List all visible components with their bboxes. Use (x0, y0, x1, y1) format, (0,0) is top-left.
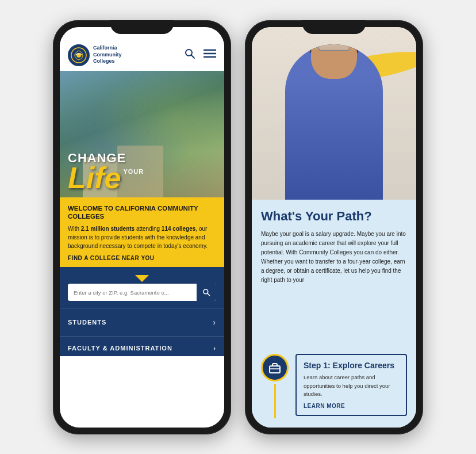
search-button[interactable] (197, 284, 216, 301)
right-phone-screen: What's Your Path? Maybe your goal is a s… (252, 27, 416, 428)
step1-body: Learn about career paths and opportuniti… (304, 373, 399, 398)
briefcase-icon (268, 361, 282, 375)
left-phone-screen: California Community Colleges (60, 27, 224, 428)
step1-title: Step 1: Explore Careers (304, 361, 399, 371)
ccc-logo: California Community Colleges (68, 44, 122, 66)
right-phone-notch (302, 20, 366, 34)
right-phone: What's Your Path? Maybe your goal is a s… (245, 20, 423, 434)
step-icon-container (261, 354, 289, 418)
students-label: STUDENTS (68, 319, 106, 326)
welcome-bold1: 2.1 million students (81, 226, 135, 232)
logo-emblem (68, 44, 90, 66)
faculty-label: FACULTY & ADMINISTRATION (68, 345, 172, 352)
search-button-icon (202, 288, 210, 296)
step-section: Step 1: Explore Careers Learn about care… (252, 354, 416, 428)
svg-rect-9 (270, 366, 280, 373)
hero-image: CHANGE Life your (60, 71, 224, 197)
search-input[interactable] (68, 285, 197, 300)
hero-text: CHANGE Life your (68, 152, 144, 192)
menu-icon[interactable] (204, 49, 216, 61)
path-body: Maybe your goal is a salary upgrade. May… (261, 230, 407, 285)
welcome-bold2: 114 colleges (162, 226, 195, 232)
faculty-nav-item[interactable]: FACULTY & ADMINISTRATION › (60, 336, 224, 356)
step-connector-line (274, 384, 276, 418)
path-section: What's Your Path? Maybe your goal is a s… (252, 200, 416, 354)
welcome-body: With 2.1 million students attending 114 … (68, 224, 216, 250)
hero-life-text: Life (68, 165, 121, 192)
learn-more-link[interactable]: LEARN MORE (304, 403, 399, 409)
find-college-link[interactable]: FIND A COLLEGE NEAR YOU (68, 255, 216, 261)
welcome-title: WELCOME TO CALIFORNIA COMMUNITY COLLEGES (68, 204, 216, 222)
hero-your-text: your (123, 168, 144, 175)
path-title: What's Your Path? (261, 209, 407, 224)
search-section (60, 267, 224, 308)
welcome-body-middle: attending (135, 226, 162, 232)
student-photo (252, 27, 416, 200)
step1-card: Step 1: Explore Careers Learn about care… (295, 354, 407, 417)
logo-text: California Community Colleges (93, 45, 122, 65)
left-phone-notch (110, 20, 174, 34)
students-chevron-icon: › (213, 318, 216, 327)
header-icons (184, 48, 216, 62)
students-nav-item[interactable]: STUDENTS › (60, 308, 224, 336)
welcome-section: WELCOME TO CALIFORNIA COMMUNITY COLLEGES… (60, 197, 224, 268)
student-silhouette (285, 44, 383, 200)
welcome-body-prefix: With (68, 226, 81, 232)
svg-line-3 (191, 55, 195, 59)
step1-icon (261, 354, 289, 381)
search-icon[interactable] (184, 48, 195, 62)
left-phone: California Community Colleges (53, 20, 231, 434)
faculty-chevron-icon: › (213, 345, 216, 352)
right-screen-content: What's Your Path? Maybe your goal is a s… (252, 27, 416, 428)
search-box (68, 284, 216, 301)
left-screen-content: California Community Colleges (60, 27, 224, 428)
svg-line-8 (208, 293, 210, 296)
